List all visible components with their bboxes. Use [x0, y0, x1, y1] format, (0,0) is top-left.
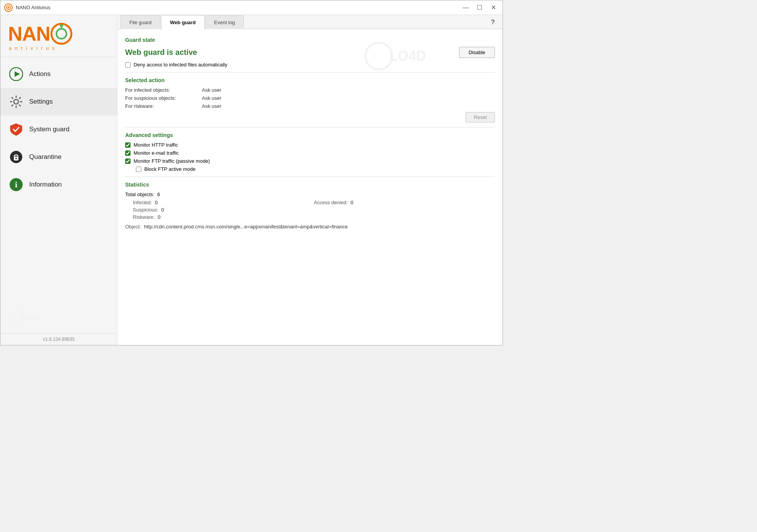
advanced-title: Advanced settings — [125, 132, 495, 138]
play-icon — [9, 67, 23, 81]
tab-event-log[interactable]: Event log — [205, 15, 244, 29]
nano-subtitle: a n t i v i r u s — [9, 46, 56, 51]
object-label: Object: — [125, 224, 141, 230]
gear-icon — [9, 95, 23, 109]
close-button[interactable]: ✕ — [488, 2, 499, 13]
access-denied-label: Access denied: — [314, 200, 348, 205]
riskware-value: Ask user — [202, 103, 495, 109]
sidebar-item-actions-label: Actions — [29, 70, 51, 78]
ftp-passive-checkbox[interactable] — [125, 159, 131, 164]
ftp-active-label: Block FTP active mode — [144, 166, 195, 172]
stats-row-1: Infected: 0 Access denied: 0 — [133, 200, 495, 205]
main-window: NANO Antivirus — ☐ ✕ NAN — [0, 0, 503, 345]
svg-point-9 — [14, 99, 18, 104]
riskware-stats-value: 0 — [158, 214, 160, 220]
nano-o-icon — [50, 23, 73, 45]
total-value: 6 — [157, 192, 160, 197]
tab-bar: File guard Web guard Event log ? — [117, 15, 502, 29]
svg-point-20 — [15, 158, 17, 159]
ftp-active-row: Block FTP active mode — [136, 166, 495, 172]
deny-access-row: Deny access to infected files automatica… — [125, 62, 495, 68]
title-bar: NANO Antivirus — ☐ ✕ — [0, 0, 502, 15]
access-denied-stats: Access denied: 0 — [314, 200, 495, 205]
info-icon: i — [9, 178, 23, 192]
suspicious-stats-value: 0 — [161, 207, 164, 213]
svg-line-16 — [19, 97, 21, 99]
content-area: File guard Web guard Event log ? LO4D Gu… — [117, 15, 502, 345]
reset-button[interactable]: Reset — [466, 112, 495, 122]
sidebar-item-quarantine[interactable]: Quarantine — [0, 143, 117, 171]
sidebar-item-settings[interactable]: Settings — [0, 88, 117, 116]
svg-point-5 — [60, 24, 63, 27]
object-url-value: http://cdn.content.prod.cms.msn.com/sing… — [144, 224, 348, 230]
email-traffic-row: Monitor e-mail traffic — [125, 150, 495, 156]
riskware-label: For riskware: — [125, 103, 202, 109]
shield-icon — [9, 122, 23, 136]
selected-action-title: Selected action — [125, 77, 495, 83]
main-body: NAN a n t i v i r u s — [0, 15, 502, 345]
infected-stats-label: Infected: — [133, 200, 152, 205]
total-label: Total objects: — [125, 192, 154, 197]
access-denied-value: 0 — [350, 200, 353, 205]
tab-file-guard[interactable]: File guard — [121, 15, 160, 29]
infected-label: For infected objects: — [125, 87, 202, 93]
app-version: v1.0.134.89835 — [0, 333, 117, 345]
disable-button[interactable]: Disable — [459, 47, 495, 58]
svg-point-4 — [56, 29, 66, 39]
reset-row: Reset — [125, 112, 495, 122]
app-logo — [4, 3, 13, 12]
sidebar-nav: Actions — [0, 57, 117, 302]
tab-web-guard[interactable]: Web guard — [161, 15, 205, 29]
guard-state-row: Web guard is active Disable — [125, 47, 495, 58]
svg-line-17 — [12, 105, 13, 106]
sidebar-item-actions[interactable]: Actions — [0, 60, 117, 88]
ftp-active-checkbox[interactable] — [136, 167, 141, 172]
sidebar-watermark: LO4D — [0, 302, 117, 333]
web-guard-panel: LO4D Guard state Web guard is active Dis… — [117, 29, 502, 345]
deny-access-label: Deny access to infected files automatica… — [134, 62, 227, 68]
deny-access-checkbox[interactable] — [125, 62, 131, 68]
total-objects-row: Total objects: 6 — [125, 192, 495, 197]
svg-text:LO4D: LO4D — [23, 315, 39, 322]
svg-text:i: i — [15, 180, 17, 189]
suspicious-stats-row: Suspicious: 0 — [133, 207, 495, 213]
guard-state-title: Guard state — [125, 37, 495, 43]
email-traffic-label: Monitor e-mail traffic — [134, 150, 179, 156]
email-traffic-checkbox[interactable] — [125, 150, 131, 156]
suspicious-stats-label: Suspicious: — [133, 207, 158, 213]
divider-3 — [125, 177, 495, 177]
divider-1 — [125, 72, 495, 73]
riskware-stats-label: Riskware: — [133, 214, 155, 220]
nano-text: NAN — [8, 24, 50, 44]
riskware-stats-row: Riskware: 0 — [133, 214, 495, 220]
infected-stats-value: 0 — [155, 200, 158, 205]
svg-marker-8 — [15, 71, 20, 77]
suspicious-label: For suspicious objects: — [125, 95, 202, 101]
sidebar-item-sysguard[interactable]: System guard — [0, 116, 117, 143]
minimize-button[interactable]: — — [460, 2, 471, 13]
help-button[interactable]: ? — [486, 16, 499, 29]
divider-2 — [125, 127, 495, 127]
svg-point-23 — [10, 311, 23, 325]
nano-logo: NAN a n t i v i r u s — [8, 23, 109, 51]
window-title: NANO Antivirus — [16, 5, 460, 10]
sidebar: NAN a n t i v i r u s — [0, 15, 117, 345]
sidebar-item-information[interactable]: i Information — [0, 171, 117, 198]
statistics-title: Statistics — [125, 182, 495, 188]
svg-line-15 — [19, 105, 21, 106]
ftp-passive-label: Monitor FTP traffic (passive mode) — [134, 158, 210, 164]
svg-point-2 — [8, 7, 9, 8]
object-url-row: Object: http://cdn.content.prod.cms.msn.… — [125, 224, 495, 230]
http-traffic-row: Monitor HTTP traffic — [125, 142, 495, 148]
maximize-button[interactable]: ☐ — [474, 2, 485, 13]
lock-icon — [9, 150, 23, 164]
sidebar-logo: NAN a n t i v i r u s — [0, 15, 117, 57]
ftp-passive-row: Monitor FTP traffic (passive mode) — [125, 158, 495, 164]
infected-value: Ask user — [202, 87, 495, 93]
infected-stats: Infected: 0 — [133, 200, 314, 205]
sidebar-item-quarantine-label: Quarantine — [29, 153, 61, 161]
guard-active-text: Web guard is active — [125, 48, 459, 57]
suspicious-value: Ask user — [202, 95, 495, 101]
http-traffic-checkbox[interactable] — [125, 142, 131, 148]
svg-line-14 — [12, 97, 13, 99]
